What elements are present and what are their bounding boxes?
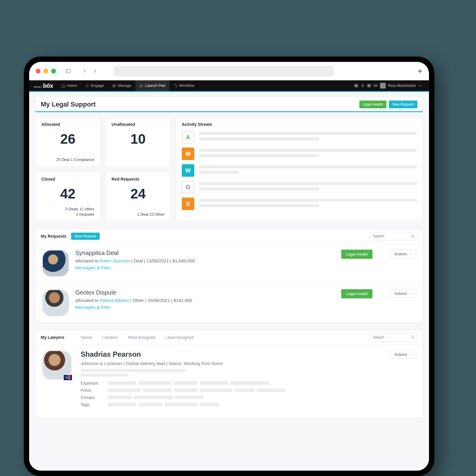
chevron-down-icon	[409, 353, 412, 356]
sort-location[interactable]: Location	[102, 335, 118, 340]
page-body: My Legal Support Legal Health New Reques…	[29, 92, 429, 471]
panel-header: My Requests New Request	[35, 229, 423, 244]
stat-allocated[interactable]: Allocated 26 25 Deal 1 Compliance	[35, 117, 101, 167]
legal-health-button[interactable]: Legal Health	[341, 289, 372, 298]
nav-home-label: Home	[67, 84, 77, 88]
messages-files-link[interactable]: Messages & Files	[75, 305, 335, 310]
kv-tags: Tags:	[81, 402, 381, 407]
flag-au-icon	[63, 374, 73, 381]
activity-item[interactable]: W	[182, 164, 417, 177]
activity-item[interactable]: G	[182, 181, 417, 193]
svg-rect-2	[113, 84, 115, 87]
avatar[interactable]	[42, 350, 72, 380]
flow-icon	[173, 84, 177, 88]
rocket-icon	[140, 84, 143, 88]
svg-point-8	[411, 235, 414, 237]
my-lawyers-panel: My Lawyers Name Location Most Assigned L…	[35, 330, 423, 419]
user-name[interactable]: Ross MacKintosh	[388, 84, 416, 88]
nav-home[interactable]: Home	[57, 80, 81, 91]
panel-title: My Lawyers	[41, 335, 64, 340]
search-input[interactable]	[370, 232, 417, 240]
browser-toolbar: +	[29, 62, 429, 80]
logo-main: bōx	[43, 82, 53, 89]
new-request-button-small[interactable]: New Request	[71, 233, 100, 240]
stat-grid: Allocated 26 25 Deal 1 Compliance Unallo…	[35, 117, 171, 222]
app-nav: BRIEF bōx Home Engage Manage Launch Pad	[29, 80, 429, 91]
stat-red-requests[interactable]: Red Requests 24 1 Deal 23 Other	[105, 172, 171, 222]
user-avatar-small[interactable]	[380, 83, 386, 89]
nav-launch-pad[interactable]: Launch Pad	[135, 80, 169, 91]
nav-forward-icon[interactable]	[92, 68, 98, 74]
legal-health-button[interactable]: Legal Health	[341, 250, 372, 259]
stat-value: 42	[41, 187, 94, 201]
search-icon	[411, 234, 415, 238]
actions-dropdown[interactable]: Actions	[390, 350, 416, 359]
request-meta: Allocated to Patrica Ribeiro | Other | 2…	[75, 298, 335, 303]
window-minimize-dot[interactable]	[43, 69, 48, 73]
sort-name[interactable]: Name	[81, 335, 92, 340]
home-icon	[62, 84, 65, 88]
dashboard-row: Allocated 26 25 Deal 1 Compliance Unallo…	[35, 117, 423, 222]
window-zoom-dot[interactable]	[51, 69, 56, 73]
avatar[interactable]	[42, 289, 69, 317]
new-tab-icon[interactable]: +	[418, 66, 422, 76]
stat-closed[interactable]: Closed 42 3 Deals 12 offers 2 Disputes	[35, 172, 101, 222]
new-request-button[interactable]: New Request	[389, 101, 417, 108]
mail-icon[interactable]	[373, 84, 378, 88]
nav-workflow[interactable]: Workflow	[169, 80, 198, 91]
lawyers-search	[370, 333, 417, 342]
request-title[interactable]: Synappitca Deal	[75, 250, 335, 256]
nav-engage-label: Engage	[91, 84, 104, 88]
assignee-link[interactable]: Patrica Ribeiro	[100, 298, 129, 303]
url-bar[interactable]	[114, 66, 334, 76]
window-close-dot[interactable]	[36, 69, 40, 73]
notif-count-b: 0	[367, 84, 371, 87]
panel-header: My Lawyers Name Location Most Assigned L…	[35, 330, 423, 345]
bell-icon[interactable]	[361, 84, 365, 88]
my-requests-panel: My Requests New Request Synappitca Deal …	[35, 229, 423, 323]
request-title[interactable]: Geotex Dispute	[75, 289, 335, 296]
svg-line-9	[414, 237, 415, 238]
activity-title: Activity Stream	[182, 122, 417, 127]
stat-unallocated[interactable]: Unallocated 10	[105, 117, 171, 167]
actions-dropdown[interactable]: Actions	[390, 289, 416, 298]
activity-item[interactable]: A	[182, 131, 417, 143]
sort-least-assigned[interactable]: Least Assigned	[165, 335, 194, 340]
lawyer-meta: Johnston & Lockman | Global delivery lea…	[81, 361, 381, 366]
stat-value: 24	[112, 187, 165, 201]
stat-title: Closed	[41, 177, 94, 181]
nav-right: 0 0 Ross MacKintosh	[354, 83, 426, 89]
assignee-link[interactable]: Artem Sazonov	[100, 258, 130, 263]
request-row: Synappitca Deal Allocated to Artem Sazon…	[35, 244, 423, 283]
svg-point-5	[174, 84, 175, 85]
messages-files-link[interactable]: Messages & Files	[75, 265, 335, 270]
panel-title: My Requests	[41, 234, 66, 239]
chevron-down-icon[interactable]	[418, 84, 422, 88]
nav-workflow-label: Workflow	[179, 84, 194, 88]
nav-manage-label: Manage	[118, 84, 131, 88]
actions-dropdown[interactable]: Actions	[390, 250, 416, 258]
activity-item[interactable]: M	[182, 148, 417, 160]
nav-back-icon[interactable]	[82, 68, 88, 74]
lawyer-name[interactable]: Shadrias Pearson	[81, 350, 381, 358]
stat-foot: 1 Deal 23 Other	[112, 212, 165, 217]
sidebar-toggle-icon[interactable]	[65, 68, 71, 74]
activity-badge: M	[182, 148, 194, 160]
nav-engage[interactable]: Engage	[81, 80, 108, 91]
activity-item[interactable]: S	[182, 198, 417, 210]
legal-health-button[interactable]: Legal Health	[359, 101, 386, 108]
search-input[interactable]	[370, 333, 417, 342]
nav-manage[interactable]: Manage	[108, 80, 135, 91]
svg-line-11	[414, 338, 415, 339]
activity-badge: A	[182, 131, 194, 143]
avatar[interactable]	[42, 250, 69, 277]
sort-most-assigned[interactable]: Most Assigned	[128, 335, 155, 340]
activity-stream: Activity Stream A M W G	[176, 117, 423, 222]
app-logo[interactable]: BRIEF bōx	[32, 82, 57, 89]
stat-value: 10	[112, 132, 165, 146]
lawyer-row: Shadrias Pearson Johnston & Lockman | Gl…	[35, 345, 423, 418]
activity-badge: S	[182, 198, 194, 210]
request-meta: Allocated to Artem Sazonov | Deal | 13/0…	[75, 258, 335, 263]
screen: + BRIEF bōx Home Engage Manage Launch	[29, 62, 429, 471]
svg-point-10	[411, 336, 414, 338]
